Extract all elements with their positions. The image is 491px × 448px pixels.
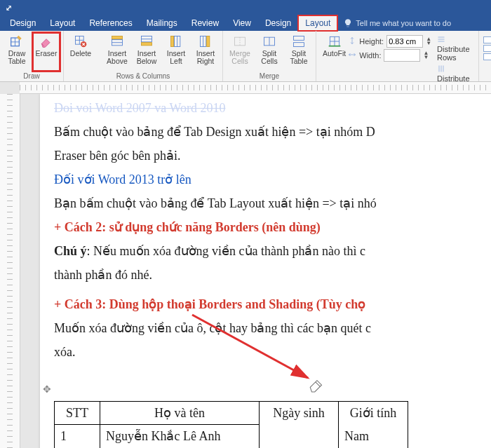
svg-rect-4	[112, 36, 123, 39]
td-name: Nguyễn Khắc Lê Anh10/1/2007	[100, 425, 260, 449]
td-sex: Nam	[339, 425, 408, 449]
doc-p4b: xóa.	[54, 345, 76, 359]
tab-view[interactable]: View	[226, 15, 258, 31]
svg-rect-8	[171, 36, 174, 47]
doc-p2: Bạn bấm chuột vào bảng để Tab Layout xuấ…	[54, 196, 377, 210]
pencil-grid-icon	[10, 34, 24, 48]
distribute-columns-label: Distribute Columns	[437, 74, 469, 82]
group-cell-size: AutoFit Height: ▲▼ Width: ▲	[316, 31, 479, 81]
eraser-button[interactable]: Eraser	[32, 32, 60, 72]
title-bar: ⤢	[0, 0, 491, 15]
insert-below-label: Insert Below	[137, 50, 157, 65]
td-stt: 1	[55, 425, 100, 449]
group-merge-label: Merge	[260, 72, 279, 81]
doc-p3b: : Nếu muốn xóa đường viền của thành phần…	[87, 244, 365, 258]
width-icon	[348, 50, 356, 60]
th-sex: Giới tính	[339, 402, 408, 425]
width-label: Width:	[359, 51, 381, 60]
insert-right-button[interactable]: Insert Right	[191, 32, 220, 72]
insert-below-icon	[140, 34, 154, 48]
table-header-row: STT Họ và tên Ngày sinh Giới tính	[55, 402, 408, 425]
table-row: 1 Nguyễn Khắc Lê Anh10/1/2007 Nam	[55, 425, 408, 449]
tab-references[interactable]: References	[82, 15, 139, 31]
header-cutoff: Doi voi Word 2007 va Word 2010	[54, 98, 491, 118]
restore-icon: ⤢	[6, 4, 12, 13]
doc-h2: Đối với Word 2013 trở lên	[54, 170, 491, 189]
insert-left-button[interactable]: Insert Left	[162, 32, 190, 72]
delete-button[interactable]: Delete	[67, 32, 95, 72]
group-rows-columns-label: Rows & Columns	[116, 72, 170, 81]
merge-cells-icon	[233, 34, 247, 48]
height-stepper[interactable]: ▲▼	[426, 37, 431, 46]
tab-mailings[interactable]: Mailings	[140, 15, 184, 31]
insert-above-button[interactable]: Insert Above	[103, 32, 131, 72]
insert-left-icon	[169, 34, 183, 48]
doc-c2: + Cách 2: sử dụng chức năng Borders (nên…	[54, 217, 491, 237]
th-stt: STT	[55, 402, 100, 425]
svg-rect-6	[142, 43, 152, 46]
tell-me-label: Tell me what you want to do	[356, 19, 451, 27]
group-merge: Merge Cells Split Cells Split Table Merg…	[223, 31, 316, 81]
group-rows-columns: Delete Insert Above Insert Below Insert …	[64, 31, 223, 81]
doc-p1b: Eraser bên góc bên phải.	[54, 149, 180, 163]
split-cells-label: Split Cells	[261, 50, 277, 65]
td-dob	[260, 425, 339, 449]
split-cells-button[interactable]: Split Cells	[255, 32, 283, 72]
autofit-button[interactable]: AutoFit	[322, 32, 347, 72]
height-label: Height:	[359, 37, 384, 46]
split-table-label: Split Table	[290, 50, 307, 65]
alignment-grid[interactable]	[483, 32, 491, 60]
height-input[interactable]	[386, 35, 423, 48]
group-draw: Draw Table Eraser Draw	[0, 31, 64, 81]
tab-review[interactable]: Review	[184, 15, 226, 31]
tab-layout[interactable]: Layout	[43, 15, 82, 31]
ruler-vertical[interactable]	[0, 94, 20, 448]
lightbulb-icon	[343, 18, 353, 28]
ribbon: Draw Table Eraser Draw Delete Insert	[0, 31, 491, 82]
distribute-rows-button[interactable]: Distribute Rows	[437, 35, 473, 62]
insert-above-icon	[110, 34, 124, 48]
ribbon-tabs: Design Layout References Mailings Review…	[0, 15, 491, 31]
tell-me-search[interactable]: Tell me what you want to do	[343, 18, 451, 28]
insert-above-label: Insert Above	[107, 50, 128, 65]
doc-p3a: Chú ý	[54, 244, 87, 258]
svg-rect-14	[294, 43, 304, 47]
table-anchor-icon[interactable]: ✥	[43, 380, 491, 400]
delete-label: Delete	[70, 50, 91, 57]
width-stepper[interactable]: ▲▼	[423, 51, 429, 60]
distribute-rows-label: Distribute Rows	[437, 45, 469, 62]
doc-p1: Bấm chuột vào bảng để Tab Design xuất hi…	[54, 125, 375, 139]
doc-p3c: thành phần đó nhé.	[54, 268, 152, 282]
document-page[interactable]: Doi voi Word 2007 va Word 2010 Bấm chuột…	[40, 94, 491, 448]
autofit-label: AutoFit	[323, 50, 346, 57]
insert-below-button[interactable]: Insert Below	[133, 32, 161, 72]
svg-rect-11	[235, 37, 246, 46]
insert-right-icon	[199, 34, 213, 48]
delete-table-icon	[74, 34, 88, 48]
doc-p4: Muốn xóa đường viền của ô, cột hay bảng …	[54, 321, 371, 335]
distribute-rows-icon	[437, 35, 445, 43]
autofit-icon	[328, 34, 342, 48]
distribute-columns-button[interactable]: Distribute Columns	[437, 65, 473, 82]
tab-table-design[interactable]: Design	[258, 15, 298, 31]
insert-right-label: Insert Right	[196, 50, 215, 65]
split-table-button[interactable]: Split Table	[285, 32, 313, 72]
tab-table-layout[interactable]: Layout	[298, 15, 337, 31]
th-name: Họ và tên	[100, 402, 260, 425]
draw-table-button[interactable]: Draw Table	[3, 32, 31, 72]
distribute-columns-icon	[437, 65, 445, 73]
width-input[interactable]	[384, 49, 420, 62]
split-table-icon	[292, 34, 306, 48]
workspace: Doi voi Word 2007 va Word 2010 Bấm chuột…	[0, 94, 491, 448]
insert-left-label: Insert Left	[167, 50, 185, 65]
split-cells-icon	[262, 34, 276, 48]
merge-cells-button[interactable]: Merge Cells	[226, 32, 254, 72]
eraser-icon	[39, 34, 53, 48]
draw-table-label: Draw Table	[8, 50, 25, 65]
tab-design[interactable]: Design	[3, 15, 43, 31]
ruler-horizontal[interactable]	[20, 82, 491, 94]
page-scroll-area[interactable]: Doi voi Word 2007 va Word 2010 Bấm chuột…	[20, 94, 491, 448]
document-table[interactable]: STT Họ và tên Ngày sinh Giới tính 1 Nguy…	[54, 401, 408, 448]
height-icon	[348, 36, 356, 46]
th-dob: Ngày sinh	[260, 402, 339, 425]
